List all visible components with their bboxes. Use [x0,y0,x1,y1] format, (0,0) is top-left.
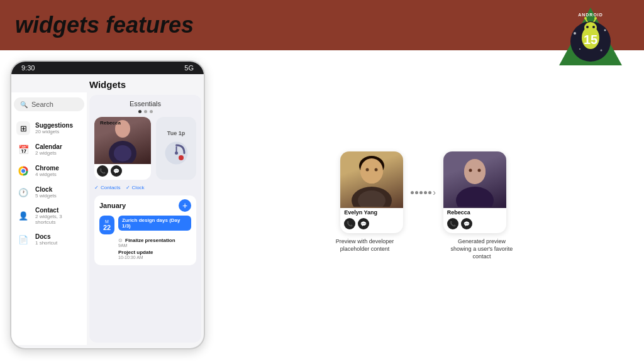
message-button[interactable]: 💬 [111,165,122,177]
svg-point-12 [601,50,602,52]
header-bar: widgets features ANDROID [0,0,644,50]
chrome-sub: 4 widgets [35,172,59,177]
contact-actions: 📞 💬 [94,164,151,178]
phone-mockup: 9:30 5G Widgets 🔍 Search ⊞ Suggestions [10,60,205,349]
clock-label: Clock [35,186,57,193]
svg-point-35 [456,187,494,207]
calendar-label: Calendar [35,143,62,150]
phone-body: 🔍 Search ⊞ Suggestions 20 widgets 📅 Cale… [11,92,204,345]
svg-point-11 [604,30,606,31]
svg-point-19 [22,170,25,173]
svg-point-25 [175,151,178,155]
docs-label: Docs [35,233,57,240]
sidebar-item-suggestions[interactable]: ⊞ Suggestions 20 widgets [14,118,84,139]
rebecca-call-button[interactable]: 📞 [447,218,458,229]
widget-cards-row: Rebecca 📞 💬 [94,117,196,180]
calendar-header: January + [99,199,191,212]
suggestions-label: Suggestions [35,122,73,129]
suggestions-sub: 20 widgets [35,129,73,134]
svg-point-26 [179,155,184,160]
calendar-event-1: M 22 Zurich design days (Day 1/3) [99,216,191,234]
svg-point-32 [366,168,369,171]
svg-point-8 [584,17,587,19]
svg-point-36 [464,159,486,183]
chrome-icon [16,164,30,178]
svg-point-13 [579,48,580,50]
svg-text:ANDROID: ANDROID [578,13,603,17]
main-content: 9:30 5G Widgets 🔍 Search ⊞ Suggestions [0,50,644,362]
sub-event-time-2: 10-10:30 AM [118,255,191,260]
contact-widget[interactable]: Rebecca 📞 💬 [94,117,151,180]
rebecca-name: Rebecca [443,208,506,217]
svg-point-5 [592,26,595,28]
widget-labels-row: ✓ Contacts ✓ Clock [94,185,196,190]
svg-point-10 [574,32,576,35]
rebecca-actions: 📞 💬 [443,217,506,231]
suggestions-icon: ⊞ [16,121,30,135]
sidebar-item-chrome[interactable]: Chrome 4 widgets [14,160,84,182]
sidebar-item-contact[interactable]: 👤 Contact 2 widgets, 3 shortcuts [14,203,84,229]
clock-arc-display [162,139,191,167]
chrome-label: Chrome [35,165,59,172]
search-icon: 🔍 [20,101,28,108]
evelyn-actions: 📞 💬 [340,217,403,231]
svg-point-4 [586,26,589,28]
sidebar-item-docs[interactable]: 📄 Docs 1 shortcut [14,229,84,250]
rebecca-photo [443,151,506,208]
evelyn-photo [340,151,403,208]
sub-event-title-1: Finalize presentation [125,238,175,243]
evelyn-name: Evelyn Yang [340,208,403,217]
svg-point-33 [375,168,378,171]
carousel-dots [94,110,196,113]
comparison-section: Evelyn Yang 📞 💬 › [213,60,634,352]
evelyn-call-button[interactable]: 📞 [344,218,355,229]
svg-point-22 [114,145,131,162]
calendar-month: January [99,202,126,209]
page-title: widgets features [15,12,194,38]
evelyn-message-button[interactable]: 💬 [358,218,369,229]
rebecca-message-button[interactable]: 💬 [461,218,472,229]
calendar-section: January + M 22 Zurich design days (Day 1… [94,195,196,265]
clock-widget[interactable]: Tue 1p [156,117,196,180]
widgets-header: Widgets [11,74,204,92]
essentials-label: Essentials [94,100,196,107]
call-button[interactable]: 📞 [97,165,108,177]
calendar-sub-event-2: Project update 10-10:30 AM [118,250,191,260]
contact-widget-name: Rebecca [97,118,124,128]
clock-time-label: Tue 1p [167,130,185,136]
calendar-icon: 📅 [16,143,30,156]
comparison-labels: Preview with developer placeholder conte… [333,238,513,260]
status-signal: 5G [184,64,194,72]
contact-sub: 2 widgets, 3 shortcuts [35,214,82,225]
comparison-card-left: Evelyn Yang 📞 💬 [340,151,403,233]
calendar-sub-event-1: ⊙ Finalize presentation 9AM [118,238,191,248]
search-label: Search [31,101,53,108]
svg-point-3 [584,22,597,33]
label-left: Preview with developer placeholder conte… [333,238,396,260]
dot-2 [144,110,147,113]
event-date-chip: M 22 [99,216,114,234]
sidebar-item-clock[interactable]: 🕐 Clock 5 widgets [14,182,84,203]
svg-text:15: 15 [584,33,597,47]
status-bar: 9:30 5G [11,62,204,74]
android-logo: ANDROID 15 [556,5,625,74]
dot-3 [150,110,153,113]
status-time: 9:30 [21,64,35,72]
widgets-panel: Essentials Rebecca [89,95,201,343]
calendar-sub: 2 widgets [35,150,62,156]
comparison-arrow: › [411,187,436,197]
sub-event-time-1: 9AM [118,243,191,248]
calendar-add-button[interactable]: + [179,199,191,212]
sub-event-title-2: Project update [118,250,191,255]
search-bar[interactable]: 🔍 Search [14,97,84,111]
clock-sub: 5 widgets [35,193,57,199]
docs-sub: 1 shortcut [35,240,57,246]
dot-1 [138,110,142,113]
widgets-sidebar: 🔍 Search ⊞ Suggestions 20 widgets 📅 Cale… [11,92,87,345]
label-right: Generated preview showing a user's favor… [450,238,513,260]
sidebar-item-calendar[interactable]: 📅 Calendar 2 widgets [14,139,84,160]
svg-point-38 [477,168,480,172]
contact-label: Contact [35,207,82,214]
svg-point-31 [360,158,383,184]
event-day-abbr: M [105,219,109,224]
